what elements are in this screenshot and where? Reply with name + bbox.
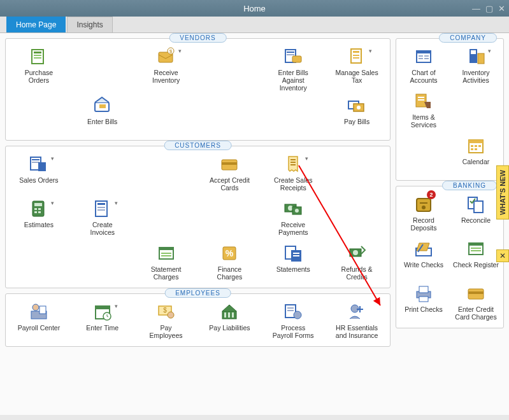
calendar-icon [466,136,486,156]
accept-credit-cards[interactable]: Accept Credit Cards [199,154,261,195]
create-invoices[interactable]: ▾ Create Invoices [72,199,133,239]
inventory-activities[interactable]: ▾ Inventory Activities [451,46,501,87]
print-checks[interactable]: Print Checks [399,283,448,324]
estimates-icon: ▾ [29,199,49,219]
svg-rect-65 [224,312,226,318]
svg-rect-91 [475,148,477,150]
svg-rect-32 [38,208,41,210]
svg-text:%: % [226,248,234,258]
svg-rect-14 [353,57,359,59]
statements[interactable]: Statements [262,243,324,284]
tab-insights[interactable]: Insights [67,17,112,32]
panel-company: COMPANY Chart of Accounts ▾ Inventory Ac… [396,38,504,181]
write-checks[interactable]: Write Checks [399,239,448,279]
svg-text:$: $ [169,48,172,54]
panel-title-vendors: VENDORS [169,33,226,43]
enter-bills-against-icon [283,46,303,67]
svg-rect-104 [419,297,428,302]
enter-time[interactable]: ▾ Enter Time [72,302,133,342]
receive-inventory-icon: $▾ [156,46,176,67]
hr-essentials[interactable]: HR Essentials and Insurance [326,302,387,342]
accept-cc-icon [219,154,240,174]
reconcile-icon [466,194,486,214]
estimates[interactable]: ▾ Estimates [8,199,69,239]
pay-bills-icon [347,95,367,116]
svg-rect-76 [424,55,429,57]
svg-rect-3 [34,57,41,59]
pay-employees[interactable]: $ Pay Employees [136,302,197,342]
svg-rect-106 [468,291,484,294]
check-register[interactable]: Check Register [451,239,501,279]
whats-new-tab[interactable]: WHAT'S NEW [496,165,509,220]
chart-of-accounts-icon [413,46,434,67]
pay-bills[interactable]: Pay Bills [326,95,387,136]
whats-new-close[interactable]: ✕ [496,249,509,262]
svg-rect-23 [38,162,46,171]
create-sales-receipts[interactable]: ▾ Create Sales Receipts [262,154,324,195]
items-services[interactable]: Items & Services [399,91,448,132]
svg-text:$: $ [163,307,167,314]
receive-inventory[interactable]: $▾ Receive Inventory [136,46,197,92]
svg-rect-84 [418,99,424,101]
svg-point-19 [357,106,361,109]
svg-rect-100 [471,248,481,249]
receive-payments[interactable]: Receive Payments [262,199,324,239]
svg-rect-45 [161,253,171,254]
chevron-down-icon: ▾ [51,155,54,162]
chart-of-accounts[interactable]: Chart of Accounts [399,46,448,87]
maximize-icon[interactable]: ▢ [485,4,493,13]
panel-banking: BANKING 2 Record Deposits Reconcile Writ… [396,186,504,328]
print-checks-icon [413,283,434,304]
enter-credit-card-charges[interactable]: Enter Credit Card Charges [451,283,501,324]
enter-bills[interactable]: Enter Bills [72,95,133,136]
statement-charges-icon [156,243,176,263]
svg-rect-10 [292,56,301,62]
svg-rect-28 [290,164,296,165]
purchase-orders-icon [29,46,49,67]
finance-charges[interactable]: % Finance Charges [199,243,261,284]
statement-charges[interactable]: Statement Charges [136,243,197,284]
payroll-center[interactable]: Payroll Center [8,302,69,342]
refunds-credits-icon [347,243,367,263]
svg-rect-66 [228,312,230,318]
svg-rect-9 [287,54,294,55]
svg-rect-83 [418,97,424,98]
svg-rect-13 [353,55,359,56]
svg-rect-16 [99,104,106,108]
process-payroll-forms-icon [283,302,303,322]
svg-rect-93 [420,202,427,204]
svg-rect-87 [471,145,473,147]
window-titlebar: Home — ▢ ✕ [0,0,509,17]
manage-sales-tax-icon: ▾ [347,46,367,67]
minimize-icon[interactable]: — [472,4,480,13]
tab-home-page[interactable]: Home Page [6,17,66,32]
svg-rect-103 [419,286,428,293]
pay-employees-icon: $ [156,302,176,322]
svg-rect-57 [39,306,46,314]
chevron-down-icon: ▾ [51,200,54,206]
refunds-credits[interactable]: Refunds & Credits [326,243,387,284]
record-deposits[interactable]: 2 Record Deposits [399,194,448,235]
svg-rect-36 [97,203,105,205]
manage-sales-tax[interactable]: ▾ Manage Sales Tax [326,46,387,92]
svg-rect-86 [469,140,483,143]
pay-liabilities[interactable]: Pay Liabilities [199,302,261,342]
close-icon[interactable]: ✕ [498,4,505,13]
svg-rect-46 [161,255,171,256]
tab-bar: Home Page Insights [0,17,509,33]
svg-rect-88 [475,145,477,147]
panel-vendors: VENDORS Purchase Orders $▾ Receive Inven… [5,38,391,141]
svg-rect-33 [34,211,37,213]
sales-orders[interactable]: ▾ Sales Orders [8,154,69,195]
calendar[interactable]: Calendar [451,136,501,176]
reconcile[interactable]: Reconcile [451,194,501,235]
enter-bills-icon [92,95,113,116]
enter-bills-against-inventory[interactable]: Enter Bills Against Inventory [262,46,324,92]
statements-icon [283,243,303,263]
finance-charges-icon: % [219,243,240,263]
svg-rect-52 [293,255,299,256]
svg-rect-34 [38,211,41,213]
process-payroll-forms[interactable]: Process Payroll Forms [262,302,324,342]
purchase-orders[interactable]: Purchase Orders [8,46,69,92]
svg-rect-80 [471,50,476,54]
